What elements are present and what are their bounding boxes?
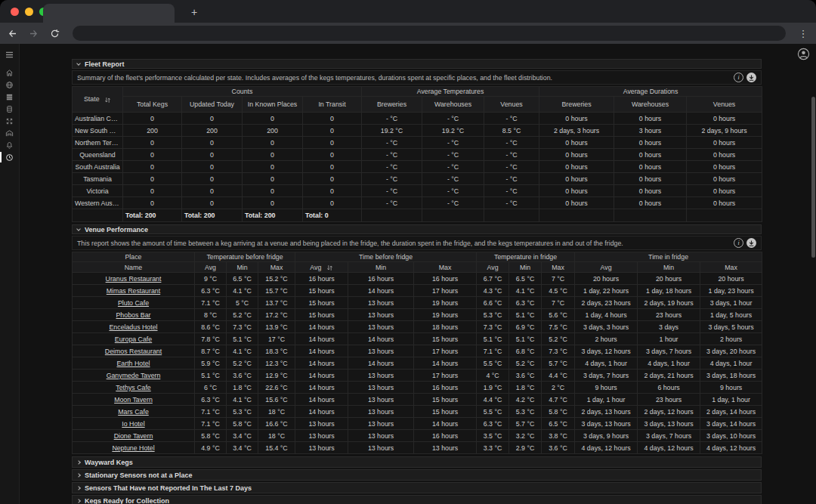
column-header[interactable]: Breweries (539, 97, 614, 113)
back-button[interactable] (3, 24, 21, 42)
info-icon[interactable]: i (734, 238, 743, 248)
column-header[interactable]: Avg (575, 262, 638, 273)
column-header[interactable]: Total Kegs (123, 97, 182, 113)
venue-link[interactable]: Tethys Cafe (116, 384, 150, 391)
data-cell: 5 °C (227, 297, 258, 309)
collapsed-section-bar[interactable]: Kegs Ready for Collection (72, 495, 762, 504)
data-cell: 0 hours (539, 197, 614, 209)
data-cell: - °C (484, 197, 539, 209)
warehouse-icon[interactable] (0, 127, 20, 139)
column-header[interactable]: Max (542, 262, 575, 273)
forward-button[interactable] (24, 24, 42, 42)
collapsed-section-bar[interactable]: Stationary Sensors not at a Place (72, 469, 762, 481)
venue-link[interactable]: Phobos Bar (116, 311, 151, 319)
url-bar[interactable] (73, 26, 786, 41)
column-header[interactable]: Avg (477, 262, 509, 273)
sort-icon[interactable] (104, 97, 111, 104)
data-cell: 0 hours (614, 149, 687, 161)
column-header[interactable]: Min (227, 262, 258, 273)
venue-name-cell: Tethys Cafe (73, 382, 195, 394)
venue-link[interactable]: Dione Tavern (114, 432, 153, 440)
column-header[interactable]: Min (509, 262, 542, 273)
keg-icon[interactable] (0, 103, 20, 115)
column-header[interactable]: Updated Today (182, 97, 243, 113)
download-icon[interactable] (746, 238, 756, 248)
venue-table-row: Tethys Cafe6 °C1.8 °C22.6 °C14 hours13 h… (73, 382, 762, 394)
fleet-table-row: New South Wales200200200019.2 °C19.2 °C8… (73, 125, 762, 137)
column-header[interactable]: Max (414, 262, 477, 273)
table-icon[interactable] (0, 91, 20, 103)
column-header-avg-sorted[interactable]: Avg (295, 262, 348, 273)
column-header[interactable]: Max (700, 262, 762, 273)
sort-icon[interactable] (326, 264, 333, 271)
column-header[interactable]: In Known Places (243, 97, 303, 113)
info-icon[interactable]: i (734, 73, 743, 82)
data-cell: 13 hours (348, 345, 414, 357)
column-header-name[interactable]: Name (73, 262, 195, 273)
column-header[interactable]: Avg (195, 262, 227, 273)
total-cell (422, 209, 484, 222)
data-cell: 8 °C (195, 309, 227, 321)
column-header[interactable]: In Transit (303, 97, 362, 113)
data-cell: 20 hours (638, 273, 700, 285)
data-cell: 6 hours (638, 382, 700, 394)
column-header[interactable]: Min (638, 262, 700, 273)
data-cell: 0 (182, 113, 243, 125)
fleet-report-section-header[interactable]: Fleet Report (72, 59, 762, 69)
window-minimize-button[interactable] (25, 8, 33, 16)
window-close-button[interactable] (11, 8, 19, 16)
browser-menu-icon[interactable]: ⋮ (796, 28, 810, 39)
data-cell: 1 day, 1 hour (575, 394, 638, 406)
total-cell: Total: 200 (243, 209, 303, 222)
venue-link[interactable]: Europa Cafe (115, 335, 152, 343)
column-header[interactable]: Min (348, 262, 414, 273)
data-cell: 0 (123, 197, 182, 209)
collapsed-section-bar[interactable]: Wayward Kegs (72, 456, 762, 468)
column-header[interactable]: Venues (687, 97, 762, 113)
venue-link[interactable]: Ganymede Tavern (107, 372, 161, 379)
new-tab-button[interactable]: + (186, 4, 202, 20)
download-icon[interactable] (746, 73, 756, 82)
venue-link[interactable]: Deimos Restaurant (105, 348, 162, 355)
venue-link[interactable]: Enceladus Hotel (109, 323, 157, 331)
globe-icon[interactable] (0, 79, 20, 91)
forward-icon (29, 29, 39, 39)
venue-link[interactable]: Pluto Cafe (118, 299, 149, 307)
venue-link[interactable]: Mars Cafe (118, 408, 149, 416)
column-header[interactable]: Max (258, 262, 295, 273)
venue-link[interactable]: Moon Tavern (114, 396, 153, 404)
data-cell: 4 days, 12 hours (638, 442, 700, 454)
column-header[interactable]: Warehouses (422, 97, 484, 113)
data-cell: 15.2 °C (258, 273, 295, 285)
column-header-state[interactable]: State (73, 87, 123, 113)
reload-button[interactable] (45, 24, 63, 42)
venue-link[interactable]: Mimas Restaurant (107, 287, 160, 295)
bell-icon[interactable] (0, 139, 20, 151)
venue-performance-section-header[interactable]: Venue Performance (72, 224, 762, 234)
account-button[interactable] (796, 47, 810, 60)
venue-name-cell: Enceladus Hotel (73, 321, 195, 333)
column-header[interactable]: Warehouses (614, 97, 687, 113)
menu-icon[interactable] (0, 48, 20, 60)
column-header[interactable]: Venues (484, 97, 539, 113)
data-cell: 14 hours (348, 333, 414, 345)
browser-tab[interactable] (43, 4, 175, 23)
move-arrows-icon[interactable] (0, 115, 20, 127)
venue-name-cell: Ganymede Tavern (73, 369, 195, 382)
history-icon[interactable] (0, 151, 20, 163)
data-cell: 0 hours (614, 161, 687, 173)
column-header[interactable]: Breweries (362, 97, 422, 113)
state-cell: Western Australia (73, 197, 123, 209)
venue-link[interactable]: Io Hotel (122, 420, 144, 428)
data-cell: 0 (182, 173, 243, 185)
data-cell: 6.3 °C (195, 394, 227, 406)
venue-link[interactable]: Neptune Hotel (112, 444, 154, 452)
venue-link[interactable]: Earth Hotel (116, 360, 150, 367)
collapsed-section-bar[interactable]: Sensors That Have not Reported In The La… (72, 482, 762, 493)
data-cell: 4 days, 1 hour (638, 357, 700, 369)
scrollbar-thumb[interactable] (811, 97, 815, 258)
venue-link[interactable]: Uranus Restaurant (106, 275, 162, 283)
home-icon[interactable] (0, 66, 20, 79)
venue-table-row: Mars Cafe7.1 °C5.3 °C18 °C14 hours13 hou… (73, 406, 762, 418)
data-cell: 0 hours (539, 137, 614, 149)
